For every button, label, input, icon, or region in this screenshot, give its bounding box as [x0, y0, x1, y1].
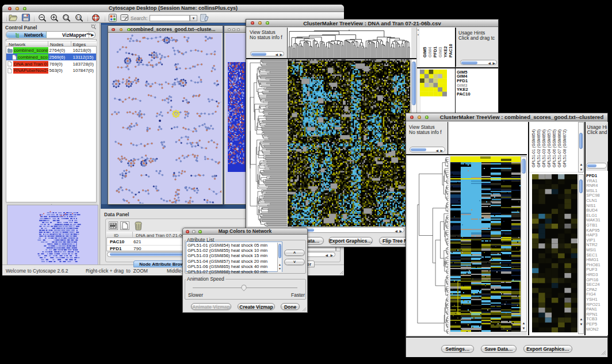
svg-text:1:1: 1:1	[76, 16, 81, 19]
